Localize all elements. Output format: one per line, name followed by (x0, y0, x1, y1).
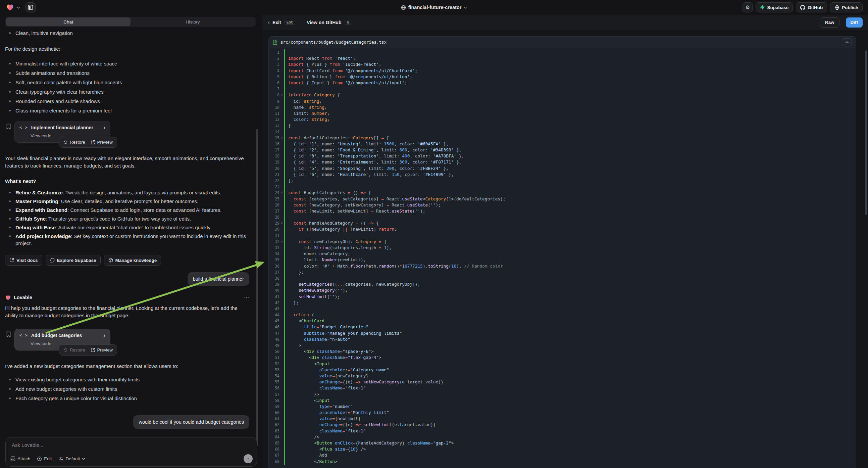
more-options-button[interactable]: ⋯ (244, 294, 249, 300)
line-number: 46 (269, 324, 279, 330)
fold-gutter (279, 330, 284, 337)
code-text: const BudgetCategories = () => { (284, 190, 856, 196)
restore-button[interactable]: Restore (63, 348, 85, 352)
line-number: 28 (269, 214, 279, 220)
line-number: 43 (269, 306, 279, 312)
line-number: 64 (269, 434, 279, 440)
file-card: src/components/budget/BudgetCategories.t… (269, 36, 856, 468)
code-text: id: String(categories.length + 1), (284, 245, 856, 251)
edit-button[interactable]: Edit (37, 456, 52, 461)
preview-button[interactable]: Preview (91, 140, 113, 145)
code-line: 37 }; (269, 269, 856, 275)
version-card[interactable]: < >Implement financial planner›View code… (14, 121, 111, 143)
code-text: value={newLimit} (284, 416, 856, 422)
action-manage-knowledge[interactable]: Manage knowledge (104, 255, 161, 266)
code-line: 64 /> (269, 434, 856, 440)
code-scrollbar[interactable] (865, 50, 867, 215)
lovable-heart-icon (5, 295, 11, 300)
code-text: setNewCategory(''); (284, 287, 856, 293)
fold-gutter (279, 245, 284, 251)
chat-paragraph: I've added a new budget categories manag… (5, 362, 250, 370)
code-brackets-icon: < > (20, 125, 28, 130)
bookmark-icon[interactable] (6, 331, 11, 338)
code-line: 11 limit: number; (269, 111, 856, 117)
github-label: GitHub (808, 5, 823, 10)
line-number: 48 (269, 337, 279, 343)
version-card[interactable]: < >Add budget categories›View codeRestor… (14, 329, 111, 351)
mode-selector[interactable]: Default (59, 456, 86, 461)
raw-button[interactable]: Raw (820, 18, 839, 28)
composer-placeholder[interactable]: Ask Lovable... (12, 442, 43, 448)
fold-gutter (279, 422, 284, 428)
chevron-right-icon: › (103, 333, 105, 338)
fold-gutter (279, 257, 284, 263)
line-number: 52 (269, 361, 279, 367)
line-number: 10 (269, 105, 279, 111)
code-line: 7 (269, 86, 856, 92)
line-number: 5 (269, 74, 279, 80)
chat-scrollbar[interactable] (256, 129, 258, 446)
line-number: 23 (269, 184, 279, 190)
fold-gutter (279, 172, 284, 178)
code-text: import React from 'react'; (284, 55, 856, 61)
fold-gutter (279, 178, 284, 184)
code-text: <Plus size={16} /> (284, 446, 856, 452)
back-chevron-icon: ‹ (268, 19, 270, 26)
action-visit-docs[interactable]: Visit docs (5, 255, 42, 266)
fold-chevron-icon[interactable]: ∨ (279, 220, 284, 226)
supabase-button[interactable]: Supabase (755, 2, 793, 12)
fold-chevron-icon[interactable]: ∨ (279, 92, 284, 98)
file-path: src/components/budget/BudgetCategories.t… (280, 39, 386, 45)
code-line: 18 { id: '3', name: 'Transportation', li… (269, 153, 856, 159)
settings-button[interactable]: ⚙ (743, 2, 752, 12)
user-message-row: build a financial planner (5, 272, 250, 286)
preview-label: Preview (97, 140, 113, 145)
code-text: onChange={(e) => setNewCategory(e.target… (284, 379, 856, 385)
code-text: value={newCategory} (284, 373, 856, 379)
action-explore-supabase[interactable]: Explore Supabase (45, 255, 101, 266)
code-text: onChange={(e) => setNewLimit(e.target.va… (284, 422, 856, 428)
fold-gutter (279, 111, 284, 117)
fold-gutter (279, 379, 284, 385)
project-switcher[interactable]: financial-future-creator (0, 0, 868, 15)
list-item: Master Prompting: Use clear, detailed, a… (5, 198, 250, 205)
version-card-title-row: < >Add budget categories› (20, 333, 105, 338)
project-chevron-down-icon (464, 6, 467, 9)
tab-history[interactable]: History (130, 18, 255, 26)
restore-button[interactable]: Restore (63, 140, 85, 145)
tab-chat[interactable]: Chat (6, 18, 130, 26)
code-line: 10 name: string; (269, 105, 856, 111)
code-line: 17 { id: '2', name: 'Food & Dining', lim… (269, 147, 856, 153)
chat-paragraph: For the design aesthetic: (5, 45, 250, 53)
version-card-block: < >Add budget categories›View codeRestor… (5, 329, 250, 357)
exit-button[interactable]: Exit (273, 20, 281, 25)
fold-chevron-icon[interactable]: ∨ (279, 135, 284, 141)
collapse-file-button[interactable] (842, 38, 852, 46)
code-line: 31 (269, 233, 856, 239)
diff-button[interactable]: Diff (846, 18, 863, 28)
code-text (284, 128, 856, 135)
chat-scroll-area[interactable]: Clean, intuitive navigationFor the desig… (0, 28, 257, 450)
code-line: 59 type="number" (269, 404, 856, 410)
view-on-github-button[interactable]: View on GitHub (307, 20, 341, 25)
code-line: 48 className="h-auto" (269, 337, 856, 343)
assistant-name: Lovable (14, 295, 32, 300)
publish-button[interactable]: Publish (830, 2, 863, 12)
preview-button[interactable]: Preview (91, 348, 113, 352)
chat-composer[interactable]: Ask Lovable... Attach Edit Default ↑ (5, 437, 257, 467)
fold-gutter (279, 428, 284, 434)
fold-gutter (279, 263, 284, 269)
chat-bubble-icon (50, 258, 55, 263)
code-text: import { Button } from '@/components/ui/… (284, 74, 856, 80)
code-text (284, 214, 856, 220)
fold-chevron-icon[interactable]: ∨ (279, 190, 284, 196)
code-line: 3import { Plus } from 'lucide-react'; (269, 61, 856, 67)
send-button[interactable]: ↑ (244, 454, 253, 463)
attach-button[interactable]: Attach (10, 456, 30, 461)
line-number: 8 (269, 92, 279, 98)
code-text: import ChartCard from '@/components/ui/C… (284, 68, 856, 74)
github-button[interactable]: GitHub (796, 2, 827, 12)
code-line: 55 onChange={(e) => setNewCategory(e.tar… (269, 379, 856, 385)
bookmark-icon[interactable] (6, 123, 11, 129)
fold-chevron-icon[interactable]: ∨ (279, 239, 284, 245)
